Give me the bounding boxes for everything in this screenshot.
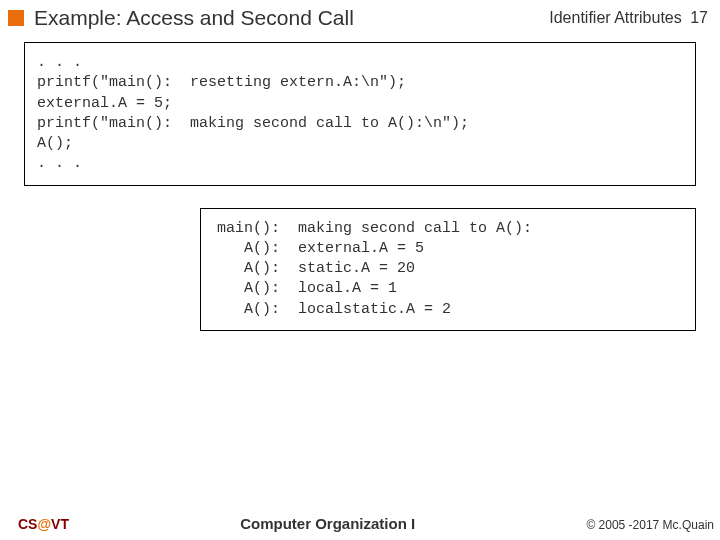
footer-cs: CS [18, 516, 37, 532]
bullet-icon [8, 10, 24, 26]
page-number: 17 [690, 9, 708, 26]
footer-at: @ [37, 516, 51, 532]
header-right: Identifier Attributes 17 [549, 9, 708, 27]
slide-header: Example: Access and Second Call Identifi… [0, 0, 720, 38]
subject-label: Identifier Attributes [549, 9, 682, 26]
slide-footer: CS@VT Computer Organization I © 2005 -20… [0, 515, 720, 532]
footer-center: Computer Organization I [240, 515, 415, 532]
footer-right: © 2005 -2017 Mc.Quain [586, 518, 714, 532]
code-block: . . . printf("main(): resetting extern.A… [24, 42, 696, 186]
header-left: Example: Access and Second Call [8, 6, 354, 30]
footer-vt: VT [51, 516, 69, 532]
output-block: main(): making second call to A(): A(): … [200, 208, 696, 331]
footer-left: CS@VT [18, 516, 69, 532]
slide-title: Example: Access and Second Call [34, 6, 354, 30]
